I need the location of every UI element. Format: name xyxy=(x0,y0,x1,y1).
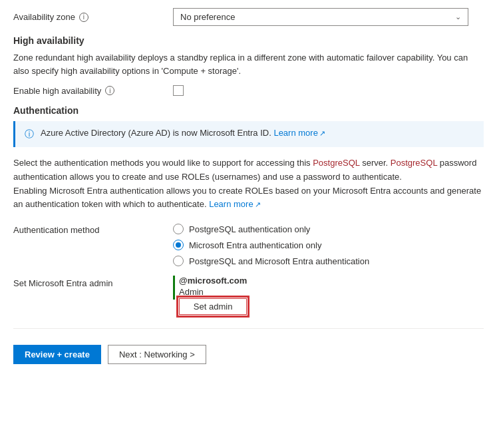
enable-ha-label: Enable high availability xyxy=(13,86,101,96)
radio-both-label: PostgreSQL and Microsoft Entra authentic… xyxy=(189,256,369,266)
enable-ha-info-icon[interactable]: i xyxy=(105,86,114,95)
banner-text-content: Azure Active Directory (Azure AD) is now… xyxy=(41,128,271,138)
set-admin-button[interactable]: Set admin xyxy=(179,298,247,315)
availability-zone-dropdown[interactable]: No preference ⌄ xyxy=(173,8,468,26)
footer-buttons: Review + create Next : Networking > xyxy=(13,339,484,364)
learn-more-auth-label: Learn more xyxy=(209,199,253,209)
set-admin-control: @microsoft.com Admin Set admin xyxy=(173,276,484,315)
availability-zone-label-col: Availability zone i xyxy=(13,12,173,22)
authentication-section: Authentication ⓘ Azure Active Directory … xyxy=(13,105,484,315)
learn-more-auth-link[interactable]: Learn more↗ xyxy=(209,199,260,209)
info-banner-icon: ⓘ xyxy=(25,128,34,140)
set-admin-label: Set Microsoft Entra admin xyxy=(13,278,113,288)
radio-postgresql-only[interactable]: PostgreSQL authentication only xyxy=(173,224,484,234)
radio-both[interactable]: PostgreSQL and Microsoft Entra authentic… xyxy=(173,256,484,266)
info-banner-text: Azure Active Directory (Azure AD) is now… xyxy=(41,128,325,138)
admin-with-bar: @microsoft.com Admin Set admin xyxy=(173,276,484,315)
admin-accent-bar xyxy=(173,276,175,300)
info-banner: ⓘ Azure Active Directory (Azure AD) is n… xyxy=(13,121,484,147)
set-admin-label-col: Set Microsoft Entra admin xyxy=(13,276,173,288)
next-networking-label: Next : Networking > xyxy=(119,349,195,359)
external-link-icon-auth: ↗ xyxy=(255,200,261,208)
admin-content: @microsoft.com Admin Set admin xyxy=(179,276,247,315)
radio-postgresql-only-outer[interactable] xyxy=(173,224,184,234)
auth-method-row: Authentication method PostgreSQL authent… xyxy=(13,224,484,266)
auth-desc-part1: Select the authentication methods you wo… xyxy=(13,158,476,182)
external-link-icon-banner: ↗ xyxy=(319,129,325,137)
high-availability-description: Zone redundant high availability deploys… xyxy=(13,51,484,77)
set-admin-row: Set Microsoft Entra admin @microsoft.com… xyxy=(13,276,484,315)
admin-role-label: Admin xyxy=(179,287,247,297)
radio-entra-only[interactable]: Microsoft Entra authentication only xyxy=(173,240,484,250)
enable-ha-checkbox[interactable] xyxy=(173,85,184,96)
admin-email: @microsoft.com xyxy=(179,276,247,286)
auth-method-label-col: Authentication method xyxy=(13,224,173,235)
set-admin-btn-label: Set admin xyxy=(194,302,233,312)
enable-ha-control xyxy=(173,85,484,96)
learn-more-banner-link[interactable]: Learn more↗ xyxy=(273,128,325,138)
main-container: Availability zone i No preference ⌄ High… xyxy=(0,0,497,377)
high-availability-section: High availability Zone redundant high av… xyxy=(13,35,484,96)
radio-postgresql-only-label: PostgreSQL authentication only xyxy=(189,224,310,234)
availability-zone-label: Availability zone xyxy=(13,12,75,22)
radio-entra-only-label: Microsoft Entra authentication only xyxy=(189,240,321,250)
review-create-label: Review + create xyxy=(25,349,90,359)
high-availability-title: High availability xyxy=(13,35,484,46)
learn-more-banner-label: Learn more xyxy=(273,128,317,138)
chevron-down-icon: ⌄ xyxy=(455,13,461,21)
authentication-title: Authentication xyxy=(13,105,484,116)
availability-zone-info-icon[interactable]: i xyxy=(79,13,88,22)
auth-description: Select the authentication methods you wo… xyxy=(13,156,484,212)
radio-entra-only-inner xyxy=(176,242,181,248)
auth-method-label: Authentication method xyxy=(13,225,99,235)
availability-zone-value: No preference xyxy=(180,12,235,22)
availability-zone-control: No preference ⌄ xyxy=(173,8,484,26)
radio-both-outer[interactable] xyxy=(173,256,184,266)
footer-divider xyxy=(13,328,484,329)
enable-ha-checkbox-container xyxy=(173,85,484,96)
next-networking-button[interactable]: Next : Networking > xyxy=(108,345,206,364)
radio-entra-only-outer[interactable] xyxy=(173,240,184,250)
availability-zone-row: Availability zone i No preference ⌄ xyxy=(13,8,484,26)
review-create-button[interactable]: Review + create xyxy=(13,345,101,364)
auth-method-control: PostgreSQL authentication only Microsoft… xyxy=(173,224,484,266)
auth-method-radio-group: PostgreSQL authentication only Microsoft… xyxy=(173,224,484,266)
enable-ha-label-col: Enable high availability i xyxy=(13,86,173,96)
enable-ha-row: Enable high availability i xyxy=(13,85,484,96)
